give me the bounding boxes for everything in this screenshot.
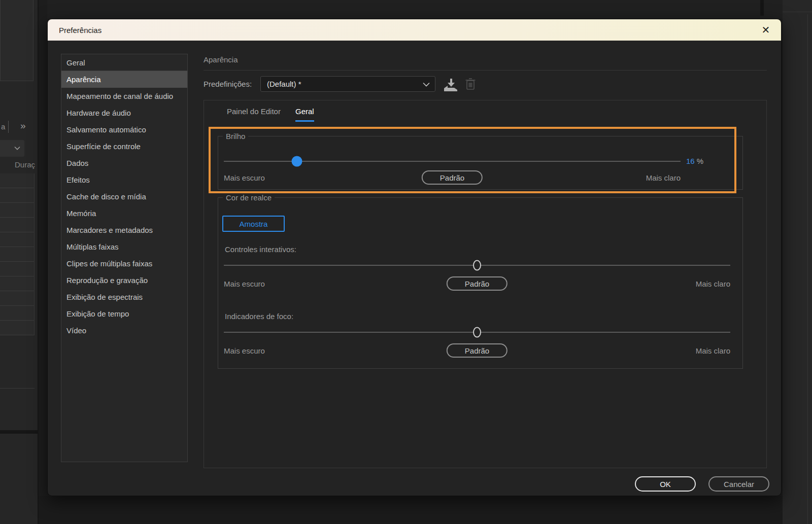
background-panel-seam: [0, 430, 39, 434]
chevron-down-icon: [423, 82, 430, 87]
table-row: [0, 188, 34, 203]
table-row: [0, 262, 34, 276]
sidebar-item-mapeamento-canal-audio[interactable]: Mapeamento de canal de áudio: [61, 88, 187, 104]
sidebar-item-marcadores-metadados[interactable]: Marcadores e metadados: [61, 222, 187, 238]
sample-color-button[interactable]: Amostra: [222, 216, 285, 232]
brightness-group-label: Brilho: [223, 132, 248, 141]
header-divider: [204, 70, 767, 71]
table-row: [0, 218, 34, 232]
sidebar-item-reproducao-gravacao[interactable]: Reprodução e gravação: [61, 272, 187, 289]
brightness-value-unit: %: [697, 157, 703, 165]
dialog-titlebar[interactable]: Preferências ✕: [48, 19, 781, 41]
brightness-slider-thumb[interactable]: [292, 156, 302, 167]
lighter-label: Mais claro: [696, 346, 730, 355]
sidebar-item-efeitos[interactable]: Efeitos: [61, 171, 187, 188]
background-bottom-area: [39, 496, 783, 524]
panel-overflow-chevrons-icon: »: [20, 120, 25, 131]
highlight-color-group-label: Cor de realce: [223, 193, 275, 202]
interactive-controls-label: Controles interativos:: [225, 245, 296, 254]
table-row: [0, 321, 34, 335]
background-panel-box: [0, 0, 33, 81]
interactive-controls-slider-thumb[interactable]: [473, 260, 481, 271]
focus-indicators-label: Indicadores de foco:: [225, 312, 293, 321]
background-top-area: [47, 0, 812, 19]
brightness-value-number: 16: [686, 157, 695, 165]
sidebar-item-video[interactable]: Vídeo: [61, 322, 187, 339]
interactive-controls-labels-row: Mais escuro Padrão Mais claro: [224, 276, 730, 291]
delete-preset-trash-icon[interactable]: [465, 77, 477, 91]
sidebar-item-memoria[interactable]: Memória: [61, 205, 187, 222]
lighter-label: Mais claro: [696, 280, 730, 288]
sidebar-item-exibicao-tempo[interactable]: Exibição de tempo: [61, 305, 187, 322]
save-preset-icon[interactable]: [442, 77, 460, 91]
background-panel-divider: [8, 121, 9, 133]
cancel-button[interactable]: Cancelar: [708, 476, 769, 492]
background-divider: [0, 388, 35, 389]
darker-label: Mais escuro: [224, 280, 265, 288]
duration-column-header-fragment: Duraç: [15, 160, 35, 169]
background-tab-fragment: a: [1, 122, 5, 131]
table-row: [0, 306, 34, 321]
background-right-divider: [783, 12, 812, 12]
ok-button[interactable]: OK: [635, 476, 696, 492]
sidebar-item-exibicao-espectrais[interactable]: Exibição de espectrais: [61, 289, 187, 305]
darker-label: Mais escuro: [224, 346, 265, 355]
presets-label: Predefinições:: [204, 76, 252, 92]
sidebar-item-cache-disco-midia[interactable]: Cache de disco e mídia: [61, 188, 187, 205]
background-table-rows: [0, 173, 35, 335]
sidebar-item-superficie-controle[interactable]: Superfície de controle: [61, 138, 187, 155]
sidebar-item-clipes-multiplas-faixas[interactable]: Clipes de múltiplas faixas: [61, 255, 187, 272]
sidebar-item-dados[interactable]: Dados: [61, 155, 187, 171]
preferences-category-list: Geral Aparência Mapeamento de canal de á…: [61, 54, 188, 462]
table-row: [0, 203, 34, 218]
brightness-default-button[interactable]: Padrão: [422, 170, 483, 185]
focus-indicators-slider[interactable]: [224, 327, 730, 337]
interactive-controls-slider[interactable]: [224, 260, 730, 270]
tab-geral[interactable]: Geral: [295, 107, 314, 122]
preferences-dialog: Preferências ✕ Geral Aparência Mapeament…: [47, 19, 782, 496]
background-left-panel: a » Duraç: [0, 0, 39, 524]
sidebar-item-aparencia[interactable]: Aparência: [61, 71, 187, 88]
table-row: [0, 173, 34, 188]
tab-painel-do-editor[interactable]: Painel do Editor: [227, 107, 281, 120]
presets-selected-value: (Default) *: [267, 80, 301, 88]
sidebar-item-geral[interactable]: Geral: [61, 54, 187, 71]
page-title: Aparência: [204, 55, 238, 64]
brightness-labels-row: Mais escuro Padrão Mais claro: [224, 170, 681, 185]
background-right-edge: [807, 14, 808, 524]
brightness-value: 16 %: [686, 157, 703, 165]
background-dropdown[interactable]: [0, 140, 24, 157]
close-icon[interactable]: ✕: [759, 23, 773, 37]
dialog-title: Preferências: [59, 26, 101, 34]
table-row: [0, 276, 34, 291]
brightness-slider[interactable]: [224, 156, 681, 166]
chevron-down-icon: [14, 146, 20, 150]
presets-dropdown[interactable]: (Default) *: [260, 76, 435, 92]
table-row: [0, 247, 34, 262]
table-row: [0, 291, 34, 306]
sidebar-item-salvamento-automatico[interactable]: Salvamento automático: [61, 121, 187, 138]
focus-indicators-labels-row: Mais escuro Padrão Mais claro: [224, 343, 730, 358]
focus-indicators-default-button[interactable]: Padrão: [447, 343, 507, 358]
focus-indicators-slider-thumb[interactable]: [473, 327, 481, 338]
background-panel-edge: [760, 0, 764, 16]
table-row: [0, 232, 34, 247]
interactive-controls-default-button[interactable]: Padrão: [447, 276, 507, 291]
sidebar-item-hardware-audio[interactable]: Hardware de áudio: [61, 104, 187, 121]
sidebar-item-multiplas-faixas[interactable]: Múltiplas faixas: [61, 238, 187, 255]
darker-label: Mais escuro: [224, 173, 265, 182]
lighter-label: Mais claro: [646, 173, 681, 182]
